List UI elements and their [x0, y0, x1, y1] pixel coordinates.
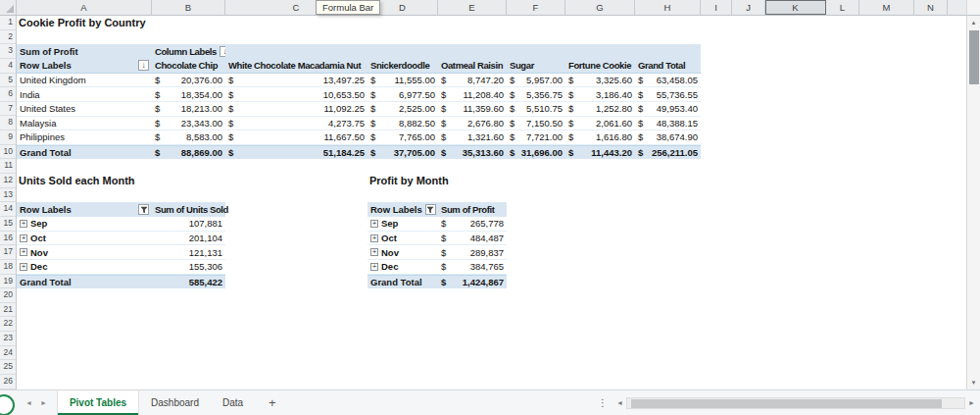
row-header-25[interactable]: 25: [0, 360, 16, 375]
row-header-8[interactable]: 8: [0, 116, 16, 130]
horizontal-scroll-track[interactable]: [626, 397, 965, 409]
column-header-b[interactable]: B: [152, 0, 225, 15]
row-header-21[interactable]: 21: [0, 303, 16, 318]
month-value-cell[interactable]: 201,104: [152, 232, 225, 246]
expand-icon[interactable]: +: [370, 234, 378, 242]
pivot-value-cell[interactable]: $11,555.00: [368, 74, 438, 88]
grand-total-label-cell[interactable]: Grand Total: [17, 145, 152, 160]
month-label-cell[interactable]: +Sep: [17, 217, 152, 232]
month-label-cell[interactable]: +Oct: [17, 232, 152, 246]
pivot-column-header-cell[interactable]: Oatmeal Raisin: [438, 59, 507, 74]
row-header-26[interactable]: 26: [0, 375, 16, 389]
expand-icon[interactable]: +: [20, 263, 27, 271]
pivot-value-cell[interactable]: $8,583.00: [152, 130, 225, 145]
month-label-cell[interactable]: +Nov: [368, 245, 438, 260]
grand-total-value-cell[interactable]: $11,443.20: [565, 145, 635, 160]
expand-icon[interactable]: +: [20, 220, 27, 228]
pivot-value-cell[interactable]: $4,273.75: [225, 117, 368, 131]
grand-total-value-cell[interactable]: $35,313.60: [438, 145, 507, 160]
pivot-value-cell[interactable]: $11,092.25: [225, 102, 368, 117]
month-label-cell[interactable]: +Nov: [17, 245, 152, 260]
pivot-value-cell[interactable]: $10,653.50: [225, 87, 368, 102]
pivot-value-cell[interactable]: $7,765.00: [368, 130, 438, 145]
row-header-19[interactable]: 19: [0, 275, 16, 289]
pivot-value-cell[interactable]: $48,388.15: [635, 117, 701, 131]
value-header-cell[interactable]: Sum of Units Sold: [152, 202, 225, 217]
pivot-value-cell[interactable]: $1,321.60: [438, 130, 507, 145]
column-header-e[interactable]: E: [438, 0, 507, 15]
pivot-column-header-cell[interactable]: Snickerdoodle: [368, 59, 438, 74]
column-header-j[interactable]: J: [732, 0, 765, 15]
pivot-value-cell[interactable]: $49,953.40: [635, 102, 701, 117]
pivot-value-cell[interactable]: $2,525.00: [368, 102, 438, 117]
month-value-cell[interactable]: $265,778: [438, 217, 507, 232]
pivot-value-cell[interactable]: $1,252.80: [565, 102, 635, 117]
row-header-20[interactable]: 20: [0, 288, 16, 303]
scroll-down-icon[interactable]: ▼: [967, 376, 980, 389]
grand-total-value-cell[interactable]: $51,184.25: [225, 145, 368, 160]
pivot-value-cell[interactable]: $7,721.00: [507, 130, 565, 145]
grand-total-value-cell[interactable]: $37,705.00: [368, 145, 438, 160]
column-header-partial[interactable]: [948, 0, 966, 15]
row-header-12[interactable]: 12: [0, 174, 16, 188]
grand-total-value-cell[interactable]: 585,422: [152, 275, 225, 289]
profit-title-cell[interactable]: Profit by Month: [369, 174, 449, 188]
grand-total-value-cell[interactable]: $88,869.00: [152, 145, 225, 160]
filter-icon[interactable]: [425, 204, 436, 215]
pivot-row-label-cell[interactable]: Malaysia: [17, 117, 152, 131]
grand-total-value-cell[interactable]: $1,424,867: [438, 275, 507, 289]
month-label-cell[interactable]: +Sep: [368, 217, 438, 232]
pivot-value-cell[interactable]: $3,186.40: [565, 87, 635, 102]
row-header-3[interactable]: 3: [0, 44, 16, 59]
pivot-value-cell[interactable]: $63,458.05: [635, 74, 701, 88]
tab-options-icon[interactable]: ⋮: [592, 397, 613, 408]
vertical-scroll-thumb[interactable]: [969, 30, 979, 84]
row-header-22[interactable]: 22: [0, 317, 16, 332]
pivot-header-empty-cell[interactable]: [225, 44, 368, 59]
pivot-value-cell[interactable]: $13,497.25: [225, 74, 368, 88]
row-header-10[interactable]: 10: [0, 145, 16, 160]
pivot-header-empty-cell[interactable]: [507, 44, 565, 59]
row-header-15[interactable]: 15: [0, 217, 16, 232]
column-header-f[interactable]: F: [507, 0, 565, 15]
pivot-value-cell[interactable]: $11,667.50: [225, 130, 368, 145]
row-header-9[interactable]: 9: [0, 130, 16, 145]
month-value-cell[interactable]: 155,306: [152, 260, 225, 275]
pivot-value-cell[interactable]: $8,747.20: [438, 74, 507, 88]
grand-total-value-cell[interactable]: $31,696.00: [507, 145, 565, 160]
month-value-cell[interactable]: 107,881: [152, 217, 225, 232]
pivot-column-header-cell[interactable]: White Chocolate Macadamia Nut: [225, 59, 368, 74]
pivot-value-cell[interactable]: $18,354.00: [152, 87, 225, 102]
pivot-value-cell[interactable]: $38,674.90: [635, 130, 701, 145]
row-header-16[interactable]: 16: [0, 232, 16, 246]
pivot-row-label-cell[interactable]: United States: [17, 102, 152, 117]
vertical-scrollbar[interactable]: ▲ ▼: [966, 16, 980, 389]
column-header-l[interactable]: L: [826, 0, 859, 15]
pivot-value-cell[interactable]: $1,616.80: [565, 130, 635, 145]
row-header-18[interactable]: 18: [0, 260, 16, 275]
grand-total-value-cell[interactable]: $256,211.05: [635, 145, 701, 160]
column-header-k[interactable]: K: [765, 0, 826, 15]
pivot-corner-cell[interactable]: Sum of Profit: [17, 44, 152, 59]
row-labels-cell[interactable]: Row Labels: [368, 202, 438, 217]
scroll-up-icon[interactable]: ▲: [967, 16, 980, 29]
main-title-cell[interactable]: Cookie Profit by Country: [19, 16, 146, 30]
horizontal-scrollbar[interactable]: ◄ ►: [613, 397, 978, 409]
horizontal-scroll-thumb[interactable]: [631, 399, 942, 408]
expand-icon[interactable]: +: [370, 220, 378, 228]
column-header-n[interactable]: N: [914, 0, 948, 15]
row-header-1[interactable]: 1: [0, 16, 16, 30]
pivot-value-cell[interactable]: $8,882.50: [368, 117, 438, 131]
scroll-left-icon[interactable]: ◄: [613, 399, 626, 406]
month-value-cell[interactable]: $289,837: [438, 245, 507, 260]
row-header-11[interactable]: 11: [0, 159, 16, 174]
pivot-value-cell[interactable]: $5,356.75: [507, 87, 565, 102]
row-header-17[interactable]: 17: [0, 245, 16, 260]
sheet-tab-pivot-tables[interactable]: Pivot Tables: [57, 390, 139, 415]
month-label-cell[interactable]: +Dec: [17, 260, 152, 275]
expand-icon[interactable]: +: [370, 248, 378, 256]
month-value-cell[interactable]: 121,131: [152, 245, 225, 260]
row-header-14[interactable]: 14: [0, 202, 16, 217]
tabs-nav-right-icon[interactable]: ►: [36, 399, 51, 406]
pivot-value-cell[interactable]: $2,676.80: [438, 117, 507, 131]
